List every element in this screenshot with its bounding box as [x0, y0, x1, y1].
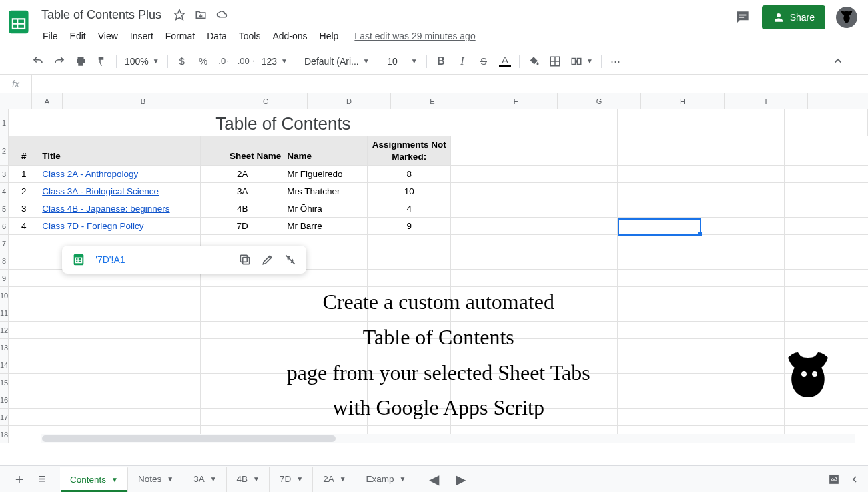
- menu-view[interactable]: View: [93, 28, 123, 44]
- cell[interactable]: [368, 322, 451, 338]
- cell[interactable]: [618, 322, 701, 338]
- col-header-D[interactable]: D: [308, 93, 391, 109]
- currency-icon[interactable]: $: [172, 52, 192, 71]
- cell[interactable]: [39, 356, 201, 373]
- cell[interactable]: [368, 270, 451, 286]
- cell[interactable]: [451, 252, 534, 269]
- cell[interactable]: [39, 322, 201, 338]
- menu-tools[interactable]: Tools: [234, 28, 266, 44]
- row-header-17[interactable]: 17: [0, 409, 9, 426]
- borders-icon[interactable]: [545, 52, 565, 71]
- cell[interactable]: Class 4B - Japanese: beginners: [39, 200, 201, 217]
- cell[interactable]: Class 2A - Anthropology: [39, 166, 201, 182]
- cell[interactable]: [701, 356, 785, 373]
- cell[interactable]: [618, 409, 701, 425]
- cell[interactable]: [9, 270, 39, 286]
- cell[interactable]: [534, 391, 618, 408]
- col-header-F[interactable]: F: [474, 93, 558, 109]
- cell[interactable]: [451, 391, 534, 408]
- tab-scroll-right-icon[interactable]: ▶: [450, 468, 472, 491]
- menu-edit[interactable]: Edit: [65, 28, 91, 44]
- row-header-6[interactable]: 6: [0, 218, 9, 235]
- all-sheets-icon[interactable]: ≡: [31, 468, 53, 491]
- cell[interactable]: [451, 409, 534, 425]
- cell[interactable]: [368, 339, 451, 356]
- cell[interactable]: [618, 235, 701, 252]
- col-header-A[interactable]: A: [32, 93, 63, 109]
- toc-link[interactable]: Class 4B - Japanese: beginners: [42, 204, 169, 214]
- menu-data[interactable]: Data: [201, 28, 232, 44]
- select-all-corner[interactable]: [0, 93, 32, 109]
- cell[interactable]: [451, 374, 534, 391]
- row-header-8[interactable]: 8: [0, 252, 9, 270]
- decimal-decrease-icon[interactable]: .0←: [215, 52, 235, 71]
- percent-icon[interactable]: %: [193, 52, 213, 71]
- cell[interactable]: [451, 218, 534, 234]
- cell[interactable]: 4: [9, 218, 39, 234]
- cell[interactable]: Mrs Thatcher: [284, 183, 368, 200]
- cell[interactable]: [284, 356, 368, 373]
- cell[interactable]: [39, 391, 201, 408]
- tab-4b[interactable]: 4B▼: [227, 467, 270, 492]
- paint-format-icon[interactable]: [92, 52, 112, 71]
- horizontal-scrollbar[interactable]: [41, 434, 855, 443]
- row-header-9[interactable]: 9: [0, 270, 9, 287]
- cell[interactable]: [534, 270, 618, 286]
- unlink-icon[interactable]: [284, 253, 297, 266]
- undo-icon[interactable]: [28, 52, 48, 71]
- tab-scroll-left-icon[interactable]: ◀: [423, 468, 446, 491]
- cell[interactable]: [618, 218, 701, 234]
- font-family-select[interactable]: Default (Ari...▼: [300, 53, 374, 70]
- cell[interactable]: [701, 409, 785, 425]
- row-header-15[interactable]: 15: [0, 374, 9, 391]
- print-icon[interactable]: [71, 52, 91, 71]
- tab-contents[interactable]: Contents▼: [60, 467, 128, 492]
- cell[interactable]: [368, 304, 451, 321]
- col-header-H[interactable]: H: [641, 93, 725, 109]
- cell[interactable]: [284, 287, 368, 304]
- cell[interactable]: [451, 339, 534, 356]
- collapse-toolbar-icon[interactable]: [828, 52, 848, 71]
- cell[interactable]: [618, 166, 701, 182]
- explore-icon[interactable]: [827, 472, 841, 487]
- cell[interactable]: [451, 166, 534, 182]
- cell[interactable]: 2: [9, 183, 39, 200]
- cell[interactable]: [701, 200, 785, 217]
- cell[interactable]: [9, 391, 39, 408]
- cell[interactable]: [701, 183, 785, 200]
- cell[interactable]: [618, 252, 701, 269]
- cell[interactable]: [9, 235, 39, 252]
- cell[interactable]: [534, 356, 618, 373]
- star-icon[interactable]: [173, 9, 185, 21]
- col-header-G[interactable]: G: [558, 93, 641, 109]
- row-header-7[interactable]: 7: [0, 235, 9, 252]
- tab-3a[interactable]: 3A▼: [183, 467, 226, 492]
- cell[interactable]: [534, 183, 618, 200]
- italic-icon[interactable]: I: [452, 52, 472, 71]
- copy-link-icon[interactable]: [238, 253, 252, 266]
- row-header-5[interactable]: 5: [0, 200, 9, 218]
- cell[interactable]: [9, 409, 39, 425]
- row-header-1[interactable]: 1: [0, 109, 9, 136]
- cell[interactable]: [201, 322, 284, 338]
- text-color-icon[interactable]: A: [495, 52, 515, 71]
- cell[interactable]: 7D: [201, 218, 284, 234]
- comments-icon[interactable]: [734, 9, 751, 26]
- cell[interactable]: [534, 218, 618, 234]
- cell[interactable]: [368, 409, 451, 425]
- more-icon[interactable]: ⋯: [606, 52, 626, 71]
- row-header-3[interactable]: 3: [0, 166, 9, 183]
- merge-cells-select[interactable]: ▼: [566, 53, 597, 70]
- cell[interactable]: [618, 356, 701, 373]
- cell[interactable]: [368, 252, 451, 269]
- cell[interactable]: [39, 304, 201, 321]
- cell[interactable]: [618, 391, 701, 408]
- toc-link[interactable]: Class 2A - Anthropology: [42, 169, 138, 179]
- tab-examp[interactable]: Examp▼: [356, 467, 416, 492]
- cell[interactable]: [9, 356, 39, 373]
- menu-insert[interactable]: Insert: [125, 28, 159, 44]
- cell[interactable]: 9: [368, 218, 451, 234]
- menu-file[interactable]: File: [37, 28, 63, 44]
- tab-2a[interactable]: 2A▼: [313, 467, 356, 492]
- cell[interactable]: [9, 322, 39, 338]
